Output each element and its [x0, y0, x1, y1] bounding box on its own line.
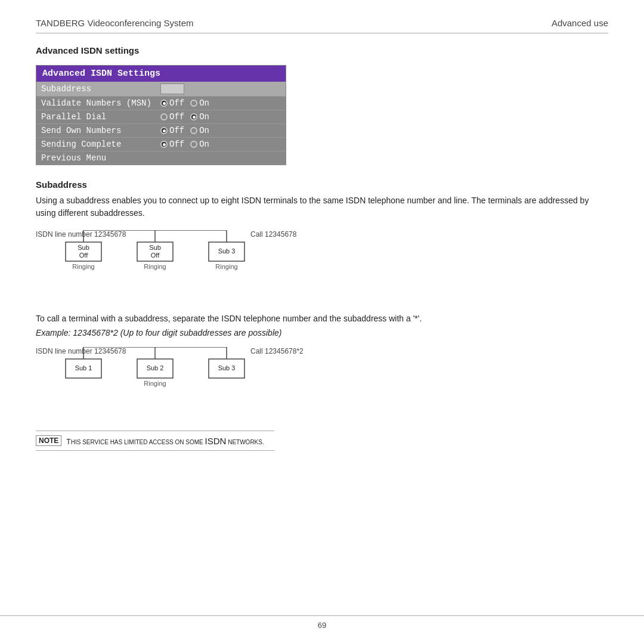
footer: 69 [0, 615, 644, 630]
parallel-off-radio[interactable] [160, 113, 168, 120]
svg-text:Sub 3: Sub 3 [218, 247, 236, 255]
validate-radio-group: Off On [160, 98, 213, 108]
note-text: THIS SERVICE HAS LIMITED ACCESS ON SOME … [66, 436, 264, 446]
send-own-on-label: On [199, 126, 209, 135]
validate-off-radio[interactable] [160, 100, 168, 107]
subaddress-description: Using a subaddress enables you to connec… [36, 194, 608, 219]
send-own-on-radio[interactable] [190, 127, 197, 134]
svg-text:Sub 2: Sub 2 [147, 364, 164, 371]
sending-complete-radio-group: Off On [160, 140, 213, 149]
diagram1-svg: Sub Off Ringing Sub Off Ringing Sub 3 Ri… [36, 230, 346, 296]
svg-text:Ringing: Ringing [72, 263, 94, 270]
sending-complete-off-label: Off [169, 140, 184, 149]
row-subaddress-label: Subaddress [41, 84, 160, 94]
diagram-2: ISDN line number 12345678 Call 12345678*… [36, 347, 608, 419]
sending-complete-off-radio[interactable] [160, 141, 168, 148]
subaddress-title: Subaddress [36, 179, 608, 190]
top-bar: TANDBERG Videoconferencing System Advanc… [36, 18, 608, 33]
row-sending-complete-label: Sending Complete [41, 140, 160, 149]
note-area: NOTE THIS SERVICE HAS LIMITED ACCESS ON … [36, 431, 608, 451]
diagram1-call-label: Call 12345678 [250, 230, 296, 239]
subaddress-input[interactable] [160, 83, 184, 94]
parallel-off-label: Off [169, 112, 184, 122]
row-subaddress: Subaddress [36, 82, 286, 97]
sending-complete-on-label: On [199, 140, 209, 149]
diagram2-svg: Sub 1 Sub 2 Ringing Sub 3 [36, 347, 346, 413]
row-send-own: Send Own Numbers Off On [36, 124, 286, 138]
diagram1-line-label: ISDN line number 12345678 [36, 230, 126, 239]
validate-off-label: Off [169, 98, 184, 108]
page: TANDBERG Videoconferencing System Advanc… [0, 0, 644, 644]
header-left: TANDBERG Videoconferencing System [36, 18, 194, 28]
note-label: NOTE [36, 435, 61, 446]
diagram2-line-label: ISDN line number 12345678 [36, 347, 126, 355]
subaddress-section: Subaddress Using a subaddress enables yo… [36, 179, 608, 419]
section-heading: Advanced ISDN settings [36, 45, 608, 55]
svg-text:Ringing: Ringing [144, 380, 166, 387]
sending-complete-on-option[interactable]: On [190, 140, 209, 149]
validate-off-option[interactable]: Off [160, 98, 184, 108]
parallel-on-option[interactable]: On [190, 112, 209, 122]
send-own-off-option[interactable]: Off [160, 126, 184, 135]
example-text: Example: 12345678*2 (Up to four digit su… [36, 328, 608, 338]
parallel-on-label: On [199, 112, 209, 122]
note-box: NOTE THIS SERVICE HAS LIMITED ACCESS ON … [36, 431, 274, 451]
parallel-on-radio[interactable] [190, 113, 197, 120]
diagram2-call-label: Call 12345678*2 [250, 347, 304, 355]
svg-text:Sub 1: Sub 1 [75, 364, 92, 371]
settings-box: Advanced ISDN Settings Subaddress Valida… [36, 65, 286, 165]
row-parallel-label: Parallel Dial [41, 112, 160, 122]
validate-on-label: On [199, 98, 209, 108]
svg-text:Sub: Sub [78, 244, 89, 251]
row-validate-label: Validate Numbers (MSN) [41, 98, 160, 108]
svg-text:Sub 3: Sub 3 [218, 364, 236, 371]
validate-on-option[interactable]: On [190, 98, 209, 108]
page-number: 69 [318, 621, 326, 630]
settings-box-title: Advanced ISDN Settings [36, 66, 286, 82]
diagram-1: ISDN line number 12345678 Call 12345678 … [36, 230, 608, 302]
svg-text:Off: Off [79, 252, 88, 259]
row-validate-numbers: Validate Numbers (MSN) Off On [36, 97, 286, 110]
send-own-on-option[interactable]: On [190, 126, 209, 135]
sending-complete-on-radio[interactable] [190, 141, 197, 148]
row-previous-menu-label: Previous Menu [41, 153, 160, 163]
svg-text:Sub: Sub [149, 244, 161, 251]
row-send-own-label: Send Own Numbers [41, 126, 160, 135]
send-own-off-label: Off [169, 126, 184, 135]
send-own-off-radio[interactable] [160, 127, 168, 134]
parallel-radio-group: Off On [160, 112, 213, 122]
parallel-off-option[interactable]: Off [160, 112, 184, 122]
row-sending-complete: Sending Complete Off On [36, 138, 286, 151]
validate-on-radio[interactable] [190, 100, 197, 107]
svg-text:Off: Off [151, 252, 160, 259]
svg-text:Ringing: Ringing [144, 263, 166, 270]
call-text: To call a terminal with a subaddress, se… [36, 314, 608, 323]
svg-text:Ringing: Ringing [215, 263, 237, 270]
send-own-radio-group: Off On [160, 126, 213, 135]
row-parallel-dial: Parallel Dial Off On [36, 110, 286, 124]
header-right: Advanced use [552, 18, 608, 28]
sending-complete-off-option[interactable]: Off [160, 140, 184, 149]
row-previous-menu[interactable]: Previous Menu [36, 151, 286, 165]
